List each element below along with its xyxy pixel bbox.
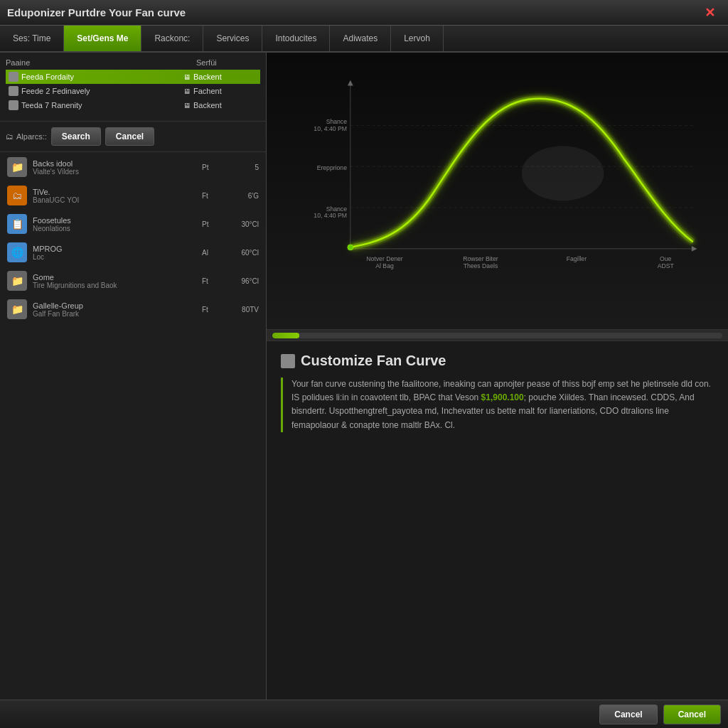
- app-size: 60°Cl: [223, 249, 259, 257]
- info-title: Customize Fan Curve: [281, 353, 714, 369]
- nav-tab-tab5[interactable]: Intoducites: [262, 26, 330, 51]
- bottom-confirm-button[interactable]: Cancel: [663, 705, 721, 724]
- app-name: TiVe.: [33, 188, 202, 196]
- progress-bar-container: [267, 330, 728, 341]
- items-list: Feeda Fordaity🖥BackentFeede 2 Fedinavely…: [6, 70, 260, 112]
- list-item[interactable]: 🗂TiVe.BanaUGC YOIFt6'G: [6, 183, 260, 208]
- svg-text:Oue: Oue: [660, 255, 672, 262]
- app-info: MPROGLoc: [33, 245, 202, 261]
- app-size: 30°Cl: [223, 220, 259, 228]
- app-size: 96°Cl: [223, 277, 259, 285]
- main-content: Paaine Serfüi Feeda Fordaity🖥BackentFeed…: [0, 53, 728, 700]
- app-group: 📁Backs idoolVialte's VildersPt5: [6, 155, 260, 179]
- app-type: Al: [202, 249, 223, 257]
- app-sub: BanaUGC YOI: [33, 196, 202, 204]
- app-size: 6'G: [223, 192, 259, 200]
- app-type: Pt: [202, 220, 223, 228]
- app-icon: 📁: [7, 299, 27, 319]
- item-status-icon: 🖥: [183, 102, 191, 109]
- app-name: MPROG: [33, 245, 202, 253]
- svg-text:Notver Dener: Notver Dener: [366, 255, 403, 262]
- list-item[interactable]: 🌐MPROGLocAl60°Cl: [6, 240, 260, 264]
- nav-tab-tab6[interactable]: Adiwates: [330, 26, 391, 51]
- window-title: Eduponizer Purtdre Your Fan curve: [7, 6, 186, 18]
- app-group: 📁Gallelle-GreupGalf Fan BrarkFt80TV: [6, 297, 260, 321]
- info-title-text: Customize Fan Curve: [301, 353, 446, 369]
- app-type: Pt: [202, 164, 223, 171]
- item-status: Backent: [193, 101, 257, 109]
- list-item[interactable]: Feeda Fordaity🖥Backent: [6, 70, 260, 84]
- app-name: Backs idool: [33, 159, 202, 168]
- svg-text:Shance: Shance: [326, 205, 348, 213]
- app-sub: Galf Fan Brark: [33, 310, 202, 318]
- progress-track: [272, 333, 722, 338]
- svg-point-7: [348, 245, 353, 250]
- info-description: Your fan curve custening the faalitoone,…: [281, 378, 714, 432]
- search-icon-area: 🗂 Alparcs::: [6, 132, 47, 141]
- app-type: Ft: [202, 192, 223, 200]
- list-item[interactable]: 📁Backs idoolVialte's VildersPt5: [6, 155, 260, 179]
- app-name: Gome: [33, 273, 202, 282]
- item-name: Feede 2 Fedinavely: [21, 87, 183, 95]
- svg-text:Fagiller: Fagiller: [567, 255, 587, 262]
- svg-marker-5: [348, 80, 353, 86]
- nav-tabs: Ses: TimeSet/Gens MeRackonc:ServicesInto…: [0, 26, 728, 53]
- right-panel: Shance 10, 4:40 PM Erepprione Shance 10,…: [267, 53, 728, 700]
- nav-tab-tab1[interactable]: Ses: Time: [0, 26, 64, 51]
- cancel-button[interactable]: Cancel: [105, 127, 154, 146]
- app-info: FoosetulesNeonlations: [33, 216, 202, 232]
- item-name: Teeda 7 Ranenity: [21, 101, 183, 109]
- svg-text:Shance: Shance: [326, 118, 348, 125]
- search-label: Alparcs::: [16, 132, 47, 141]
- item-status-icon: 🖥: [183, 73, 191, 81]
- svg-marker-6: [692, 246, 697, 252]
- app-sub: Vialte's Vilders: [33, 168, 202, 176]
- nav-tab-tab7[interactable]: Lervoh: [391, 26, 444, 51]
- item-status: Backent: [193, 73, 257, 81]
- app-info: Gallelle-GreupGalf Fan Brark: [33, 301, 202, 318]
- app-group: 📋FoosetulesNeonlationsPt30°Cl: [6, 212, 260, 236]
- app-icon: 🗂: [7, 186, 27, 205]
- app-sub: Tire Migrunitions and Baok: [33, 282, 202, 289]
- list-item[interactable]: 📁GomeTire Migrunitions and BaokFt96°Cl: [6, 269, 260, 293]
- list-item[interactable]: Feede 2 Fedinavely🖥Fachent: [6, 84, 260, 98]
- highlight-price: $1,900.100: [481, 392, 524, 402]
- svg-text:Thees Daels: Thees Daels: [464, 262, 498, 269]
- item-icon: [9, 72, 18, 82]
- item-status-icon: 🖥: [183, 87, 191, 95]
- list-item[interactable]: Teeda 7 Ranenity🖥Backent: [6, 98, 260, 112]
- col-name-header: Paaine: [6, 58, 196, 67]
- svg-text:10, 4:40 PM: 10, 4:40 PM: [314, 125, 347, 132]
- nav-tab-tab3[interactable]: Rackonc:: [141, 26, 203, 51]
- item-name: Feeda Fordaity: [21, 73, 183, 81]
- search-button[interactable]: Search: [51, 127, 101, 146]
- app-group: 🗂TiVe.BanaUGC YOIFt6'G: [6, 183, 260, 208]
- item-icon: [9, 86, 18, 96]
- app-type: Ft: [202, 306, 223, 314]
- left-panel: Paaine Serfüi Feeda Fordaity🖥BackentFeed…: [0, 53, 267, 700]
- search-area: 🗂 Alparcs:: Search Cancel: [0, 121, 266, 151]
- app-info: TiVe.BanaUGC YOI: [33, 188, 202, 204]
- bottom-bar: Cancel Cancel: [0, 700, 728, 728]
- app-info: Backs idoolVialte's Vilders: [33, 159, 202, 176]
- nav-tab-tab2[interactable]: Set/Gens Me: [64, 26, 141, 51]
- list-section: Paaine Serfüi Feeda Fordaity🖥BackentFeed…: [0, 53, 266, 118]
- col-status-header: Serfüi: [196, 58, 260, 67]
- app-info: GomeTire Migrunitions and Baok: [33, 273, 202, 289]
- chart-container: Shance 10, 4:40 PM Erepprione Shance 10,…: [267, 53, 728, 330]
- app-type: Ft: [202, 277, 223, 285]
- close-button[interactable]: ✕: [699, 4, 721, 22]
- list-item[interactable]: 📋FoosetulesNeonlationsPt30°Cl: [6, 212, 260, 236]
- apps-list: 📁Backs idoolVialte's VildersPt5🗂TiVe.Ban…: [0, 151, 266, 700]
- item-status: Fachent: [193, 87, 257, 95]
- fan-curve-chart: Shance 10, 4:40 PM Erepprione Shance 10,…: [309, 67, 707, 294]
- nav-tab-tab4[interactable]: Services: [203, 26, 262, 51]
- svg-text:ADST: ADST: [658, 262, 675, 269]
- list-item[interactable]: 📁Gallelle-GreupGalf Fan BrarkFt80TV: [6, 297, 260, 321]
- bottom-cancel-button[interactable]: Cancel: [599, 705, 657, 724]
- app-icon: 📁: [7, 157, 27, 177]
- app-group: 🌐MPROGLocAl60°Cl: [6, 240, 260, 264]
- svg-text:Erepprione: Erepprione: [317, 164, 348, 171]
- svg-text:10, 4:40 PM: 10, 4:40 PM: [314, 213, 347, 220]
- progress-bar: [272, 333, 299, 338]
